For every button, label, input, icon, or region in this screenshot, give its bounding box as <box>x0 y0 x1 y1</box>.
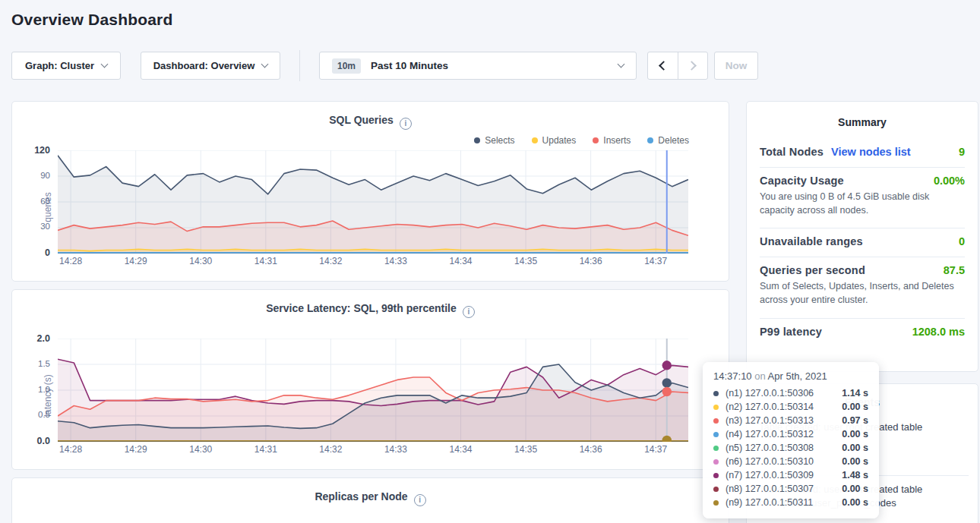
next-time-button[interactable] <box>678 52 707 79</box>
summary-row-total-nodes: Total Nodes View nodes list 9 <box>760 139 965 159</box>
legend-label: Updates <box>542 135 577 146</box>
node-latency-value: 0.00 s <box>842 456 868 467</box>
y-tick-label: 120 <box>20 145 50 156</box>
y-tick-label: 1.0 <box>20 385 50 394</box>
node-latency-value: 0.97 s <box>842 415 868 426</box>
y-tick-label: 0 <box>20 247 50 258</box>
legend-item: Inserts <box>593 135 631 146</box>
view-nodes-list-link[interactable]: View nodes list <box>831 146 911 158</box>
chart-title: Service Latency: SQL, 99th percentile <box>266 302 457 314</box>
node-latency-value: 0.00 s <box>842 443 868 453</box>
legend-dot <box>532 137 538 143</box>
p99-latency-label: P99 latency <box>760 326 822 338</box>
info-icon[interactable]: i <box>400 118 412 130</box>
x-tick-label: 14:34 <box>444 256 478 266</box>
legend-item: Updates <box>532 135 577 146</box>
legend-label: Selects <box>485 135 514 146</box>
legend-label: Deletes <box>658 135 689 146</box>
node-address: (n9) 127.0.0.1:50311 <box>726 497 813 508</box>
node-latency-value: 0.00 s <box>842 429 868 440</box>
total-nodes-value: 9 <box>959 146 965 158</box>
tooltip-node-row: (n5) 127.0.0.1:503080.00 s <box>713 441 868 455</box>
time-range-dropdown[interactable]: 10m Past 10 Minutes <box>319 52 637 80</box>
x-tick-label: 14:30 <box>184 256 217 266</box>
y-tick-label: 1.5 <box>20 359 50 368</box>
now-button[interactable]: Now <box>714 52 758 80</box>
tooltip-node-row: (n8) 127.0.0.1:503070.00 s <box>713 482 868 496</box>
x-tick-label: 14:32 <box>314 444 347 455</box>
x-tick-label: 14:36 <box>574 256 608 266</box>
chart-title: SQL Queries <box>329 114 394 126</box>
node-series-dot <box>713 500 719 506</box>
graph-dropdown[interactable]: Graph: Cluster <box>11 52 121 80</box>
tooltip-time: 14:37:10 <box>713 370 752 382</box>
node-latency-value: 0.00 s <box>842 497 868 508</box>
chart-title-row: Replicas per Nodei <box>12 478 729 506</box>
chart-svg <box>58 339 688 442</box>
node-address: (n8) 127.0.0.1:50307 <box>726 484 814 494</box>
legend-label: Inserts <box>603 135 631 146</box>
prev-time-button[interactable] <box>648 52 678 79</box>
x-tick-label: 14:33 <box>379 256 413 266</box>
replicas-per-node-card: Replicas per Nodei <box>11 477 729 523</box>
chart-legend: SelectsUpdatesInsertsDeletes <box>474 135 689 146</box>
node-address: (n2) 127.0.0.1:50314 <box>726 402 814 412</box>
chevron-left-icon <box>659 61 669 71</box>
unavailable-ranges-label: Unavailable ranges <box>760 235 863 247</box>
x-tick-label: 14:35 <box>509 444 542 455</box>
chevron-down-icon <box>261 61 269 68</box>
x-tick-label: 14:31 <box>249 444 283 455</box>
summary-row-qps: Queries per second 87.5 <box>760 257 965 278</box>
legend-dot <box>474 137 480 143</box>
queries-per-second-value: 87.5 <box>944 264 965 276</box>
x-tick-label: 14:28 <box>54 256 87 266</box>
sql-queries-plot[interactable] <box>58 150 688 254</box>
dashboard-dropdown[interactable]: Dashboard: Overview <box>141 52 280 80</box>
x-axis-ticks: 14:2814:2914:3014:3114:3214:3314:3414:35… <box>58 444 688 458</box>
x-tick-label: 14:32 <box>314 256 347 266</box>
y-axis-ticks: 0.00.51.01.52.0 <box>23 339 55 442</box>
capacity-usage-value: 0.00% <box>934 175 965 187</box>
time-range-label: Past 10 Minutes <box>371 60 448 71</box>
graph-dropdown-label: Graph: Cluster <box>25 60 94 71</box>
node-series-dot <box>713 391 719 396</box>
tooltip-node-row: (n3) 127.0.0.1:503130.97 s <box>713 414 868 427</box>
summary-row-unavailable: Unavailable ranges 0 <box>760 228 965 249</box>
tooltip-node-list: (n1) 127.0.0.1:503061.14 s(n2) 127.0.0.1… <box>713 386 868 509</box>
summary-title: Summary <box>747 102 978 128</box>
tooltip-node-row: (n9) 127.0.0.1:503110.00 s <box>713 496 868 509</box>
y-tick-label: 0.5 <box>20 410 50 419</box>
legend-item: Selects <box>474 135 514 146</box>
node-series-dot <box>713 405 719 410</box>
y-axis-ticks: 0306090120 <box>23 150 55 254</box>
node-series-dot <box>713 446 719 451</box>
time-nav-group <box>647 52 708 80</box>
x-tick-label: 14:34 <box>444 444 478 455</box>
legend-dot <box>647 137 653 143</box>
node-latency-value: 1.48 s <box>842 470 868 480</box>
legend-dot <box>593 137 599 143</box>
info-icon[interactable]: i <box>463 306 475 318</box>
node-address: (n1) 127.0.0.1:50306 <box>726 388 814 399</box>
legend-item: Deletes <box>647 135 689 146</box>
info-icon[interactable]: i <box>414 494 426 506</box>
chevron-right-icon <box>687 61 697 71</box>
tooltip-node-row: (n6) 127.0.0.1:503100.00 s <box>713 455 868 468</box>
dashboard-dropdown-label: Dashboard: Overview <box>153 60 255 71</box>
node-series-dot <box>713 473 719 478</box>
node-latency-value: 1.14 s <box>842 388 868 399</box>
node-address: (n3) 127.0.0.1:50313 <box>726 415 814 426</box>
x-tick-label: 14:35 <box>509 256 542 266</box>
x-tick-label: 14:37 <box>639 256 672 266</box>
p99-latency-value: 1208.0 ms <box>912 326 965 338</box>
chart-hover-tooltip: 14:37:10 on Apr 5th, 2021 (n1) 127.0.0.1… <box>703 362 879 518</box>
x-tick-label: 14:29 <box>119 444 153 455</box>
tooltip-node-row: (n4) 127.0.0.1:503120.00 s <box>713 427 868 441</box>
total-nodes-label: Total Nodes <box>760 146 824 158</box>
service-latency-plot[interactable] <box>58 339 688 442</box>
chart-title-row: Service Latency: SQL, 99th percentilei <box>12 290 729 318</box>
capacity-usage-label: Capacity Usage <box>760 175 844 187</box>
y-tick-label: 2.0 <box>20 333 50 344</box>
node-series-dot <box>713 418 719 424</box>
y-tick-label: 30 <box>20 222 50 231</box>
